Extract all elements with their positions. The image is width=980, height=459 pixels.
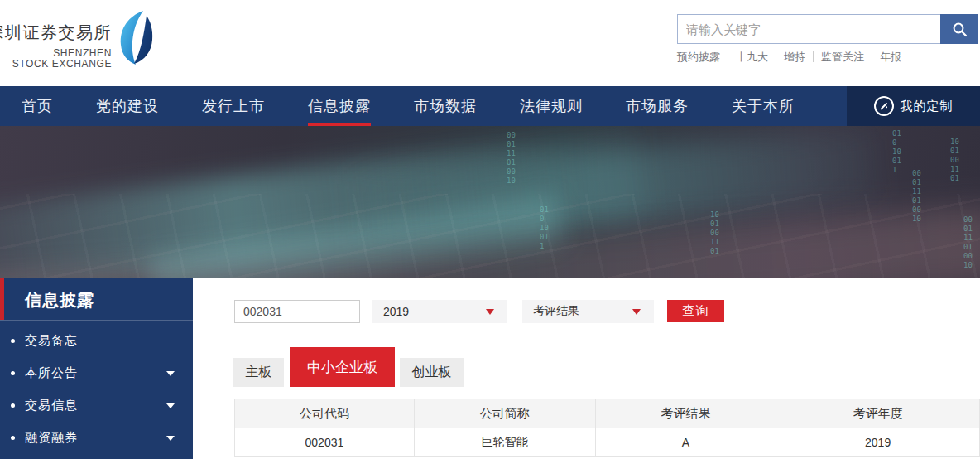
sidebar-menu: 交易备忘 本所公告 交易信息 融资融券 bbox=[0, 325, 193, 454]
nav-item-rules[interactable]: 法律规则 bbox=[520, 86, 583, 126]
cell-eval-result: A bbox=[595, 428, 776, 457]
dropdown-arrow-icon bbox=[632, 309, 641, 315]
bullet-icon bbox=[11, 403, 15, 408]
hot-links: 预约披露 十九大 增持 监管关注 年报 bbox=[677, 50, 909, 63]
banner-binary-decoration: 00 01 11 01 00 10 bbox=[507, 131, 516, 186]
main-nav-items: 首页 党的建设 发行上市 信息披露 市场数据 法律规则 市场服务 关于本所 bbox=[0, 86, 980, 126]
chevron-down-icon bbox=[166, 436, 175, 441]
banner-binary-decoration: 10 01 00 11 01 bbox=[710, 210, 719, 256]
nav-item-party-building[interactable]: 党的建设 bbox=[96, 86, 159, 126]
sidebar-divider bbox=[0, 320, 193, 321]
result-dropdown-value: 考评结果 bbox=[533, 304, 579, 319]
chevron-down-icon bbox=[166, 403, 175, 408]
banner-binary-decoration: 00 01 11 01 00 10 bbox=[912, 169, 921, 224]
tab-sme-board[interactable]: 中小企业板 bbox=[290, 347, 395, 387]
my-customization-label: 我的定制 bbox=[901, 99, 954, 114]
hot-link[interactable]: 十九大 bbox=[728, 51, 776, 62]
col-header-company-code: 公司代码 bbox=[235, 399, 415, 428]
cell-company-name: 巨轮智能 bbox=[414, 428, 595, 457]
sidebar-item-exchange-notices[interactable]: 本所公告 bbox=[0, 357, 193, 389]
col-header-eval-year: 考评年度 bbox=[776, 399, 980, 428]
cell-company-code: 002031 bbox=[235, 428, 415, 457]
brand-name-cn: 深圳证券交易所 bbox=[0, 22, 112, 44]
dropdown-arrow-icon bbox=[486, 309, 494, 315]
edit-pencil-icon bbox=[874, 96, 894, 116]
sidebar-item-label: 交易信息 bbox=[25, 398, 78, 413]
search-button[interactable] bbox=[940, 14, 978, 44]
cell-eval-year: 2019 bbox=[776, 428, 980, 457]
page-root: 深圳证券交易所 SHENZHEN STOCK EXCHANGE bbox=[0, 0, 980, 459]
sidebar-item-trading-info[interactable]: 交易信息 bbox=[0, 389, 193, 422]
banner-light-streak bbox=[0, 206, 980, 278]
sidebar-item-label: 本所公告 bbox=[25, 365, 78, 381]
year-dropdown[interactable]: 2019 bbox=[372, 300, 507, 323]
site-search-input[interactable] bbox=[678, 15, 940, 43]
nav-item-market-data[interactable]: 市场数据 bbox=[414, 86, 477, 126]
banner-light-streak bbox=[147, 193, 564, 278]
sidebar-item-label: 交易备忘 bbox=[25, 333, 78, 349]
site-search-box bbox=[677, 14, 940, 44]
banner-binary-decoration: 01 0 10 01 1 bbox=[892, 129, 901, 175]
nav-item-listing[interactable]: 发行上市 bbox=[202, 86, 265, 126]
header: 深圳证券交易所 SHENZHEN STOCK EXCHANGE bbox=[0, 0, 980, 86]
sidebar-item-margin-trading[interactable]: 融资融券 bbox=[0, 422, 193, 454]
tab-chinext[interactable]: 创业板 bbox=[400, 358, 464, 387]
banner-binary-decoration: 10 01 00 11 01 bbox=[950, 138, 959, 183]
hot-link[interactable]: 年报 bbox=[872, 51, 909, 62]
query-button[interactable]: 查询 bbox=[667, 300, 724, 322]
table-row: 002031 巨轮智能 A 2019 bbox=[235, 428, 980, 457]
bullet-icon bbox=[11, 436, 15, 440]
banner-binary-decoration: 01 0 10 01 1 bbox=[540, 205, 549, 251]
sidebar-accent-stripe bbox=[0, 278, 4, 320]
logo-icon bbox=[117, 10, 155, 70]
banner-binary-decoration: 00 01 11 01 00 10 bbox=[963, 215, 973, 270]
hot-link[interactable]: 增持 bbox=[776, 51, 813, 62]
sidebar-item-trading-memo[interactable]: 交易备忘 bbox=[0, 325, 193, 357]
brand-logo[interactable]: 深圳证券交易所 SHENZHEN STOCK EXCHANGE bbox=[7, 22, 112, 70]
evaluation-results-table: 公司代码 公司简称 考评结果 考评年度 002031 巨轮智能 A 2019 bbox=[234, 399, 980, 457]
hot-link[interactable]: 监管关注 bbox=[813, 51, 872, 62]
my-customization-button[interactable]: 我的定制 bbox=[847, 86, 980, 126]
search-icon bbox=[952, 22, 968, 37]
main-nav: 首页 党的建设 发行上市 信息披露 市场数据 法律规则 市场服务 关于本所 我的… bbox=[0, 86, 980, 126]
tab-main-board[interactable]: 主板 bbox=[233, 358, 284, 387]
hot-link[interactable]: 预约披露 bbox=[677, 51, 728, 62]
sidebar-title: 信息披露 bbox=[25, 289, 94, 312]
banner-light-streak bbox=[346, 128, 880, 244]
bullet-icon bbox=[11, 339, 15, 343]
hero-banner: 00 01 11 01 00 10 01 0 10 01 1 10 01 00 … bbox=[0, 126, 980, 278]
banner-light-streak bbox=[0, 127, 648, 278]
brand-logo-text: 深圳证券交易所 SHENZHEN STOCK EXCHANGE bbox=[7, 22, 112, 70]
col-header-eval-result: 考评结果 bbox=[595, 399, 776, 428]
result-dropdown[interactable]: 考评结果 bbox=[522, 300, 654, 323]
year-dropdown-value: 2019 bbox=[383, 305, 409, 318]
sidebar-item-label: 融资融券 bbox=[25, 430, 78, 446]
nav-item-services[interactable]: 市场服务 bbox=[626, 86, 689, 126]
nav-item-home[interactable]: 首页 bbox=[22, 86, 53, 126]
nav-item-about[interactable]: 关于本所 bbox=[732, 86, 795, 126]
bullet-icon bbox=[11, 371, 15, 375]
table-header-row: 公司代码 公司简称 考评结果 考评年度 bbox=[235, 399, 980, 428]
banner-grid-decoration bbox=[0, 194, 980, 278]
col-header-company-name: 公司简称 bbox=[414, 399, 595, 428]
nav-item-disclosure[interactable]: 信息披露 bbox=[308, 86, 371, 126]
brand-name-en: STOCK EXCHANGE bbox=[12, 59, 112, 70]
sidebar: 信息披露 交易备忘 本所公告 交易信息 融资融券 bbox=[0, 278, 193, 459]
chevron-down-icon bbox=[166, 371, 175, 376]
company-code-input[interactable] bbox=[234, 300, 360, 323]
